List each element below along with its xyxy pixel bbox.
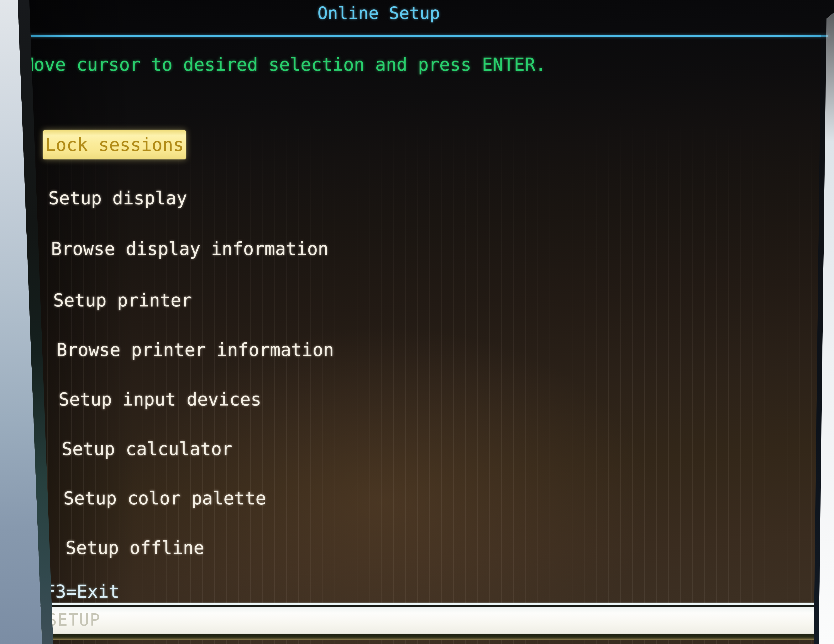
menu-item-setup-calculator[interactable]: Setup calculator [61,439,232,460]
oia-separator-gap [29,605,834,607]
terminal-screen: Online Setup Move cursor to desired sele… [0,0,834,644]
status-bar: SETUP [31,607,834,634]
oia-separator-line [29,604,834,605]
menu-item-setup-display[interactable]: Setup display [48,188,187,209]
menu-item-browse-printer-info[interactable]: Browse printer information [57,340,334,360]
monitor-bezel-bottom [0,639,834,644]
screen-bottom-edge [27,634,834,640]
menu-item-lock-sessions[interactable]: Lock sessions [43,130,186,159]
f3-exit-key-hint: F3=Exit [45,581,120,602]
page-title: Online Setup [317,3,440,23]
title-separator [25,35,828,37]
status-text: SETUP [47,610,100,630]
selected-item-label: Lock sessions [45,134,184,155]
menu-item-browse-display-info[interactable]: Browse display information [51,239,328,259]
menu-item-setup-printer[interactable]: Setup printer [53,290,192,311]
menu-item-setup-offline[interactable]: Setup offline [66,537,204,558]
instruction-text: Move cursor to desired selection and pre… [23,54,546,75]
menu-item-setup-input-devices[interactable]: Setup input devices [58,389,261,410]
menu-item-setup-color-palette[interactable]: Setup color palette [63,488,266,509]
monitor-photo: Online Setup Move cursor to desired sele… [0,0,834,644]
